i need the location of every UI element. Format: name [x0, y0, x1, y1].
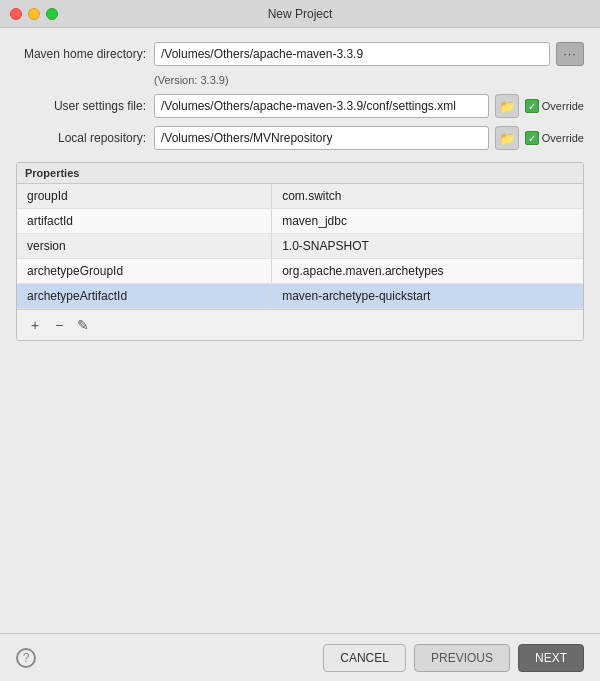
main-content: Maven home directory: ··· (Version: 3.3.…	[0, 28, 600, 633]
user-settings-override[interactable]: ✓ Override	[525, 99, 584, 113]
maven-home-value-container: ···	[154, 42, 584, 66]
table-row[interactable]: archetypeArtifactId maven-archetype-quic…	[17, 284, 583, 309]
maven-home-input[interactable]	[154, 42, 550, 66]
table-row[interactable]: archetypeGroupId org.apache.maven.archet…	[17, 259, 583, 284]
user-settings-row: User settings file: 📁 ✓ Override	[16, 94, 584, 118]
table-row[interactable]: artifactId maven_jdbc	[17, 209, 583, 234]
property-value: org.apache.maven.archetypes	[272, 259, 583, 284]
user-settings-checkbox[interactable]: ✓	[525, 99, 539, 113]
window-controls[interactable]	[10, 8, 58, 20]
maven-home-label: Maven home directory:	[16, 47, 146, 61]
maximize-button[interactable]	[46, 8, 58, 20]
property-key: archetypeGroupId	[17, 259, 272, 284]
property-key: archetypeArtifactId	[17, 284, 272, 309]
property-key: artifactId	[17, 209, 272, 234]
bottom-left: ?	[16, 648, 36, 668]
property-key: version	[17, 234, 272, 259]
user-settings-input[interactable]	[154, 94, 489, 118]
property-value: com.switch	[272, 184, 583, 209]
previous-button[interactable]: PREVIOUS	[414, 644, 510, 672]
local-repo-label: Local repository:	[16, 131, 146, 145]
remove-property-button[interactable]: −	[49, 315, 69, 335]
next-button[interactable]: NEXT	[518, 644, 584, 672]
local-repo-row: Local repository: 📁 ✓ Override	[16, 126, 584, 150]
edit-property-button[interactable]: ✎	[73, 315, 93, 335]
user-settings-label: User settings file:	[16, 99, 146, 113]
bottom-bar: ? CANCEL PREVIOUS NEXT	[0, 633, 600, 681]
maven-home-dots-button[interactable]: ···	[556, 42, 584, 66]
window-title: New Project	[268, 7, 333, 21]
local-repo-value-container: 📁 ✓ Override	[154, 126, 584, 150]
titlebar: New Project	[0, 0, 600, 28]
table-row[interactable]: version 1.0-SNAPSHOT	[17, 234, 583, 259]
close-button[interactable]	[10, 8, 22, 20]
properties-header: Properties	[17, 163, 583, 184]
property-value: maven-archetype-quickstart	[272, 284, 583, 309]
maven-version-text: (Version: 3.3.9)	[16, 74, 584, 86]
property-key: groupId	[17, 184, 272, 209]
property-value: maven_jdbc	[272, 209, 583, 234]
local-repo-override[interactable]: ✓ Override	[525, 131, 584, 145]
property-value: 1.0-SNAPSHOT	[272, 234, 583, 259]
minimize-button[interactable]	[28, 8, 40, 20]
cancel-button[interactable]: CANCEL	[323, 644, 406, 672]
maven-home-row: Maven home directory: ···	[16, 42, 584, 66]
properties-table: groupId com.switch artifactId maven_jdbc…	[17, 184, 583, 309]
user-settings-folder-button[interactable]: 📁	[495, 94, 519, 118]
bottom-right: CANCEL PREVIOUS NEXT	[323, 644, 584, 672]
add-property-button[interactable]: +	[25, 315, 45, 335]
help-icon[interactable]: ?	[16, 648, 36, 668]
table-row[interactable]: groupId com.switch	[17, 184, 583, 209]
local-repo-folder-button[interactable]: 📁	[495, 126, 519, 150]
local-repo-input[interactable]	[154, 126, 489, 150]
properties-actions: + − ✎	[17, 309, 583, 340]
properties-panel: Properties groupId com.switch artifactId…	[16, 162, 584, 341]
user-settings-value-container: 📁 ✓ Override	[154, 94, 584, 118]
local-repo-checkbox[interactable]: ✓	[525, 131, 539, 145]
